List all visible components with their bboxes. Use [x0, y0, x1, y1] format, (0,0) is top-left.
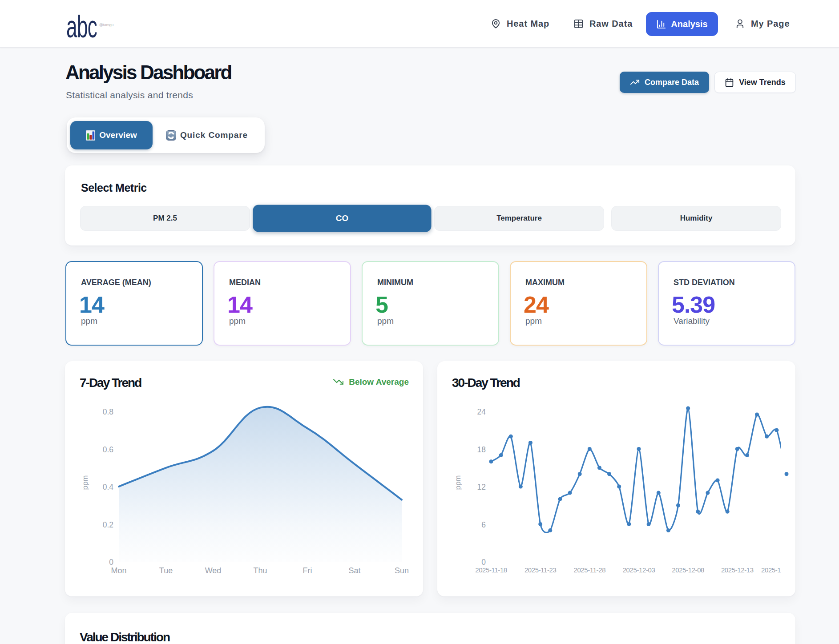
svg-text:Sun: Sun — [395, 566, 409, 575]
svg-text:2025-11-18: 2025-11-18 — [475, 566, 507, 574]
svg-text:0.8: 0.8 — [103, 407, 113, 416]
svg-text:0: 0 — [481, 558, 486, 567]
svg-text:ppm: ppm — [454, 475, 462, 490]
svg-text:0.6: 0.6 — [103, 445, 113, 454]
svg-text:18: 18 — [477, 445, 486, 454]
svg-text:0.2: 0.2 — [103, 520, 113, 529]
svg-text:2025-11-23: 2025-11-23 — [524, 566, 557, 574]
svg-text:Thu: Thu — [253, 566, 267, 575]
svg-text:Mon: Mon — [111, 566, 126, 575]
svg-text:0: 0 — [109, 558, 113, 567]
svg-text:ppm: ppm — [81, 475, 89, 490]
svg-text:24: 24 — [477, 407, 486, 416]
svg-text:Tue: Tue — [159, 566, 173, 575]
svg-text:12: 12 — [477, 483, 486, 491]
svg-text:Sat: Sat — [348, 566, 360, 575]
svg-text:6: 6 — [481, 520, 486, 529]
svg-text:2025-12-08: 2025-12-08 — [672, 566, 704, 574]
svg-text:2025-12-13: 2025-12-13 — [721, 566, 754, 574]
svg-text:Fri: Fri — [303, 566, 312, 575]
svg-text:0.4: 0.4 — [103, 483, 114, 491]
svg-text:2025-12-03: 2025-12-03 — [623, 566, 655, 574]
svg-text:2025-11-28: 2025-11-28 — [573, 566, 605, 574]
svg-text:Wed: Wed — [205, 566, 222, 575]
svg-text:2025-1: 2025-1 — [761, 566, 781, 574]
